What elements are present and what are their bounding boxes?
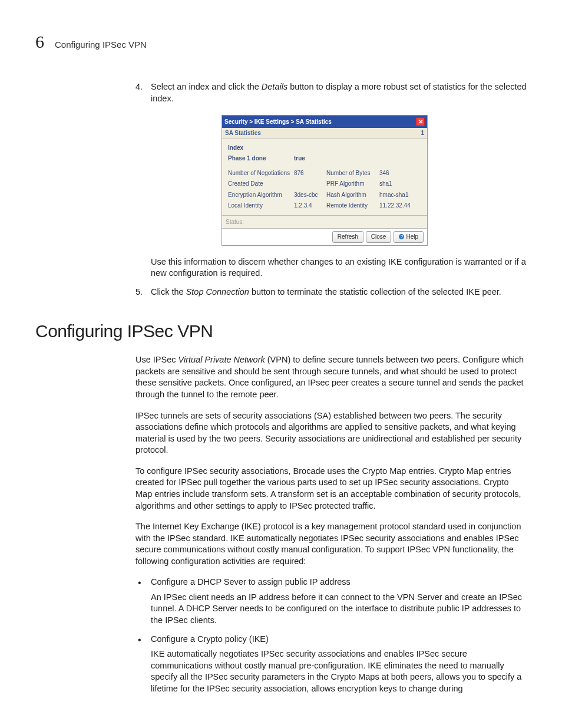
dialog-status: Status: bbox=[222, 215, 427, 229]
stop-connection-button-ref: Stop Connection bbox=[186, 287, 249, 297]
stat-value: 876 bbox=[294, 169, 326, 177]
stat-row: Created Date PRF Algorithm sha1 bbox=[228, 180, 421, 188]
refresh-label: Refresh bbox=[338, 233, 358, 241]
paragraph: Use IPSec Virtual Private Network (VPN) … bbox=[135, 354, 527, 400]
stat-label: Remote Identity bbox=[326, 202, 379, 210]
dialog-body: Index Phase 1 done true Number of Negoti… bbox=[222, 139, 427, 215]
paragraph: IPSec tunnels are sets of security assoc… bbox=[135, 410, 527, 456]
stat-value: 346 bbox=[379, 169, 389, 177]
chapter-number: 6 bbox=[35, 32, 44, 52]
stat-label: Hash Algorithm bbox=[326, 191, 379, 199]
section-content: Use IPSec Virtual Private Network (VPN) … bbox=[135, 354, 527, 694]
paragraph: To configure IPSec security associations… bbox=[135, 466, 527, 512]
dialog-subheading: SA Statistics 1 bbox=[222, 128, 427, 139]
stat-label: Created Date bbox=[228, 180, 294, 188]
help-button[interactable]: ?Help bbox=[394, 231, 424, 243]
step-5-post: button to terminate the statistic collec… bbox=[249, 287, 501, 297]
index-label: Index bbox=[228, 144, 294, 152]
phase1-label: Phase 1 done bbox=[228, 154, 294, 163]
dialog-titlebar: Security > IKE Settings > SA Statistics … bbox=[222, 116, 427, 128]
help-label: Help bbox=[406, 233, 418, 241]
step-4-followup: Use this information to discern whether … bbox=[151, 256, 527, 279]
stat-value: hmac-sha1 bbox=[379, 191, 408, 199]
step-number: 5. bbox=[135, 286, 143, 298]
phase1-value: true bbox=[294, 154, 326, 163]
step-4-pre: Select an index and click the bbox=[151, 82, 262, 91]
p1-term: Virtual Private Network bbox=[178, 355, 265, 364]
close-button[interactable]: Close bbox=[366, 231, 392, 243]
step-5-pre: Click the bbox=[151, 287, 186, 297]
refresh-button[interactable]: Refresh bbox=[332, 231, 363, 243]
close-label: Close bbox=[371, 233, 386, 241]
bullet-title: Configure a DHCP Sever to assign public … bbox=[151, 577, 351, 587]
bullet-list: Configure a DHCP Sever to assign public … bbox=[135, 577, 527, 694]
stat-label: Local Identity bbox=[228, 202, 294, 210]
bullet-body: IKE automatically negotiates IPSec secur… bbox=[151, 648, 527, 694]
paragraph: The Internet Key Exchange (IKE) protocol… bbox=[135, 521, 527, 567]
sa-statistics-dialog: Security > IKE Settings > SA Statistics … bbox=[222, 115, 428, 246]
stat-value: 11.22.32.44 bbox=[379, 202, 411, 210]
step-5-text: Click the Stop Connection button to term… bbox=[151, 286, 527, 298]
stat-value: sha1 bbox=[379, 180, 392, 188]
document-page: 6 Configuring IPSec VPN 4. Select an ind… bbox=[0, 0, 562, 728]
bullet-body: An IPSec client needs an IP address befo… bbox=[151, 592, 527, 627]
close-icon[interactable]: ✕ bbox=[416, 117, 425, 126]
stat-value: 1.2.3.4 bbox=[294, 202, 326, 210]
stat-value bbox=[294, 180, 326, 188]
main-content: 4. Select an index and click the Details… bbox=[135, 81, 527, 298]
stat-label: Number of Negotiations bbox=[228, 169, 294, 177]
stat-value: 3des-cbc bbox=[294, 191, 326, 199]
subheading-label: SA Statistics bbox=[225, 129, 261, 137]
p1-pre: Use IPSec bbox=[135, 355, 178, 364]
chapter-title: Configuring IPSec VPN bbox=[55, 39, 147, 50]
dialog-breadcrumb: Security > IKE Settings > SA Statistics bbox=[224, 118, 332, 126]
section-heading: Configuring IPSec VPN bbox=[35, 321, 527, 341]
subheading-count: 1 bbox=[421, 129, 424, 137]
step-list: 4. Select an index and click the Details… bbox=[135, 81, 527, 298]
help-icon: ? bbox=[399, 234, 404, 239]
list-item: Configure a DHCP Sever to assign public … bbox=[135, 577, 527, 626]
stat-row: Number of Negotiations 876 Number of Byt… bbox=[228, 169, 421, 177]
step-4: 4. Select an index and click the Details… bbox=[135, 81, 527, 279]
list-item: Configure a Crypto policy (IKE) IKE auto… bbox=[135, 634, 527, 695]
step-4-text: Select an index and click the Details bu… bbox=[151, 81, 527, 104]
stat-label: PRF Algorithm bbox=[326, 180, 379, 188]
step-5: 5. Click the Stop Connection button to t… bbox=[135, 286, 527, 298]
stat-label: Number of Bytes bbox=[326, 169, 379, 177]
stat-label: Encryption Algorithm bbox=[228, 191, 294, 199]
details-button-ref: Details bbox=[262, 82, 287, 91]
step-number: 4. bbox=[135, 81, 143, 93]
stat-row: Local Identity 1.2.3.4 Remote Identity 1… bbox=[228, 202, 421, 210]
page-header: 6 Configuring IPSec VPN bbox=[35, 32, 527, 52]
stat-row: Encryption Algorithm 3des-cbc Hash Algor… bbox=[228, 191, 421, 199]
dialog-footer: Refresh Close ?Help bbox=[222, 228, 427, 245]
bullet-title: Configure a Crypto policy (IKE) bbox=[151, 634, 269, 644]
